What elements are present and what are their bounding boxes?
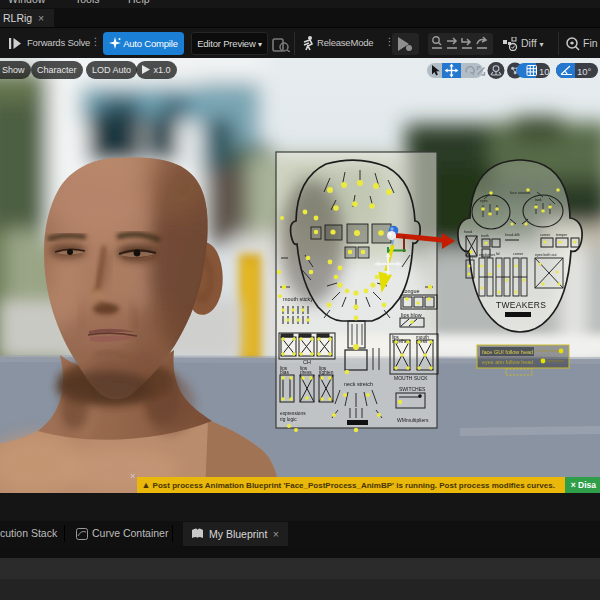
svg-text:CH: CH xyxy=(303,359,311,365)
svg-text:tighten: tighten xyxy=(319,370,334,375)
svg-text:head+blk: head+blk xyxy=(505,233,520,237)
svg-text:press: press xyxy=(300,370,312,375)
svg-text:SWITCHES: SWITCHES xyxy=(399,386,426,392)
svg-text:eyes both out: eyes both out xyxy=(535,253,557,257)
svg-text:MOUTH SUCK: MOUTH SUCK xyxy=(394,375,428,381)
svg-text:corner: corner xyxy=(540,233,551,237)
svg-text:bias: bias xyxy=(280,370,289,375)
svg-text:10: 10 xyxy=(539,66,550,77)
svg-text:WMmultipliers: WMmultipliers xyxy=(397,417,429,423)
svg-text:rig logic: rig logic xyxy=(280,417,297,422)
svg-text:lid: lid xyxy=(496,252,500,256)
svg-text:neck stretch: neck stretch xyxy=(344,381,373,387)
svg-text:TWEAKERS: TWEAKERS xyxy=(496,300,546,310)
svg-text:temper: temper xyxy=(556,233,568,237)
svg-text:look: look xyxy=(535,198,542,202)
svg-text:eyelashes: eyelashes xyxy=(479,253,495,257)
svg-text:lips blow: lips blow xyxy=(401,312,422,318)
svg-text:10°: 10° xyxy=(577,66,592,77)
svg-text:eyes aim follow head: eyes aim follow head xyxy=(482,359,533,365)
svg-text:teeth: teeth xyxy=(481,234,489,238)
svg-text:tongue: tongue xyxy=(403,288,420,294)
svg-text:eyes: eyes xyxy=(480,199,488,203)
svg-text:mouth sticky: mouth sticky xyxy=(283,296,313,302)
svg-text:corner: corner xyxy=(513,252,524,256)
svg-text:temper: temper xyxy=(466,255,478,259)
svg-text:expressions: expressions xyxy=(280,411,306,416)
svg-text:hood: hood xyxy=(464,230,472,234)
svg-text:face GUI follow head: face GUI follow head xyxy=(482,349,533,355)
